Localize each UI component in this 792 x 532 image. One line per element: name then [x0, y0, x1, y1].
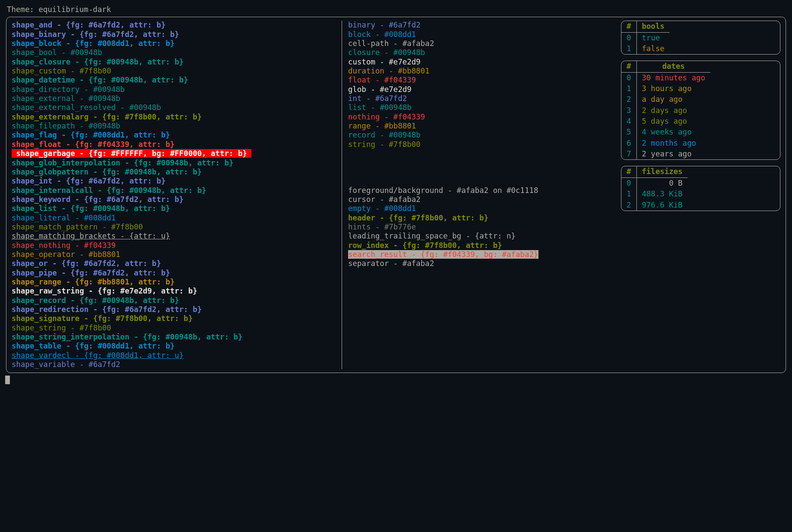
shape-entry: shape_match_pattern - #7f8b00 — [12, 223, 143, 231]
shape-row: shape_float - {fg: #f04339, attr: b} — [12, 140, 337, 149]
kv-entry: search_result - {fg: #f04339, bg: #afaba… — [348, 250, 538, 259]
kv-entry: foreground/background - #afaba2 on #0c11… — [348, 186, 538, 195]
kv-row: block - #008dd1 — [348, 30, 611, 39]
shape-row: shape_signature - {fg: #7f8b00, attr: b} — [12, 314, 337, 323]
table-row: 45 days ago — [621, 116, 710, 127]
table-row: 2a day ago — [621, 94, 710, 105]
shape-entry: shape_external_resolved - #00948b — [12, 103, 161, 112]
dates-table: # dates 030 minutes ago13 hours ago2a da… — [621, 61, 780, 160]
kv-entry: hints - #7b776e — [348, 223, 416, 231]
kv-entry: closure - #00948b — [348, 48, 425, 57]
table-row: 54 weeks ago — [621, 127, 710, 138]
row-index: 1 — [621, 43, 636, 54]
kv-row: custom - #e7e2d9 — [348, 58, 611, 67]
row-value: 5 days ago — [636, 116, 710, 127]
shape-row: shape_flag - {fg: #008dd1, attr: b} — [12, 131, 337, 140]
row-value: 2 months ago — [636, 138, 710, 149]
kv-row: empty - #008dd1 — [348, 204, 611, 213]
shape-entry: shape_operator - #bb8801 — [12, 250, 120, 259]
shape-entry: shape_signature - {fg: #7f8b00, attr: b} — [12, 314, 193, 323]
kv-row: binary - #6a7fd2 — [348, 21, 611, 30]
row-index: 1 — [621, 83, 636, 94]
kv-entry: float - #f04339 — [348, 76, 416, 84]
table-row: 62 months ago — [621, 138, 710, 149]
kv-entry: glob - #e7e2d9 — [348, 85, 412, 94]
row-index: 2 — [621, 200, 636, 211]
table-row: 72 years ago — [621, 149, 710, 159]
shape-entry: shape_vardecl - {fg: #008dd1, attr: u} — [12, 351, 183, 360]
kv-row: leading_trailing_space_bg - {attr: n} — [348, 232, 611, 241]
table-row: 00 B — [621, 177, 688, 189]
row-index: 2 — [621, 94, 636, 105]
theme-label: Theme: — [7, 5, 34, 14]
shape-entry: shape_glob_interpolation - {fg: #00948b,… — [12, 159, 233, 167]
kv-entry: string - #7f8b00 — [348, 140, 421, 149]
kv-row: cell-path - #afaba2 — [348, 39, 611, 48]
shape-entry: shape_custom - #7f8b00 — [12, 67, 111, 75]
row-value: 2 days ago — [636, 105, 710, 116]
shape-row: shape_string_interpolation - {fg: #00948… — [12, 333, 337, 342]
kv-entry: record - #00948b — [348, 131, 421, 139]
shape-row: shape_external_resolved - #00948b — [12, 103, 337, 112]
shape-row: shape_bool - #00948b — [12, 48, 337, 57]
kv-entry: empty - #008dd1 — [348, 204, 416, 213]
shape-entry: shape_pipe - {fg: #6a7fd2, attr: b} — [12, 269, 170, 277]
kv-entry: header - {fg: #7f8b00, attr: b} — [348, 214, 489, 222]
row-value: false — [636, 43, 670, 54]
table-row: 2976.6 KiB — [621, 200, 688, 211]
shape-entry: shape_globpattern - {fg: #00948b, attr: … — [12, 168, 202, 176]
shape-row: shape_literal - #008dd1 — [12, 214, 337, 223]
row-index: 1 — [621, 189, 636, 199]
shape-entry: shape_int - {fg: #6a7fd2, attr: b} — [12, 177, 165, 185]
kv-entry: custom - #e7e2d9 — [348, 58, 421, 66]
table-header-bools: bools — [636, 21, 670, 32]
shape-row: shape_nothing - #f04339 — [12, 241, 337, 250]
shape-row: shape_variable - #6a7fd2 — [12, 360, 337, 369]
shape-row: shape_list - {fg: #00948b, attr: b} — [12, 204, 337, 213]
shape-row: shape_raw_string - {fg: #e7e2d9, attr: b… — [12, 287, 337, 296]
shape-row: shape_redirection - {fg: #6a7fd2, attr: … — [12, 305, 337, 314]
shape-row: shape_directory - #00948b — [12, 85, 337, 94]
shape-row: shape_block - {fg: #008dd1, attr: b} — [12, 39, 337, 48]
shape-entry: shape_range - {fg: #bb8801, attr: b} — [12, 278, 174, 286]
shape-entry: shape_closure - {fg: #00948b, attr: b} — [12, 58, 183, 66]
shape-entry: shape_table - {fg: #008dd1, attr: b} — [12, 342, 174, 350]
shape-row: shape_filepath - #00948b — [12, 122, 337, 131]
kv-row: row_index - {fg: #7f8b00, attr: b} — [348, 241, 611, 250]
shape-entry: shape_variable - #6a7fd2 — [12, 360, 120, 369]
shape-row: shape_custom - #7f8b00 — [12, 67, 337, 76]
kv-entry: separator - #afaba2 — [348, 259, 434, 268]
table-row: 0true — [621, 32, 670, 43]
shape-row: shape_internalcall - {fg: #00948b, attr:… — [12, 186, 337, 195]
theme-title: Theme: equilibrium-dark — [7, 5, 786, 14]
shape-entry: shape_external - #00948b — [12, 94, 120, 103]
row-index: 4 — [621, 116, 636, 127]
shape-row: shape_and - {fg: #6a7fd2, attr: b} — [12, 21, 337, 30]
shapes-column: shape_and - {fg: #6a7fd2, attr: b} shape… — [12, 21, 342, 369]
kv-entry: list - #00948b — [348, 103, 412, 112]
shape-row: shape_vardecl - {fg: #008dd1, attr: u} — [12, 351, 337, 360]
row-index: 5 — [621, 127, 636, 138]
row-value: 488.3 KiB — [636, 189, 688, 199]
shape-row: shape_external - #00948b — [12, 94, 337, 103]
table-header-filesizes: filesizes — [636, 166, 688, 177]
row-value: 3 hours ago — [636, 83, 710, 94]
shape-entry: shape_bool - #00948b — [12, 48, 102, 57]
kv-row: separator - #afaba2 — [348, 259, 611, 268]
kv-row: hints - #7b776e — [348, 223, 611, 232]
shape-entry: shape_and - {fg: #6a7fd2, attr: b} — [12, 21, 165, 29]
shape-entry: shape_record - {fg: #00948b, attr: b} — [12, 296, 179, 305]
shape-entry: shape_raw_string - {fg: #e7e2d9, attr: b… — [12, 287, 197, 295]
types-and-misc-column: binary - #6a7fd2block - #008dd1cell-path… — [342, 21, 617, 369]
shape-row: shape_globpattern - {fg: #00948b, attr: … — [12, 168, 337, 177]
shape-row: shape_closure - {fg: #00948b, attr: b} — [12, 58, 337, 67]
shape-row: shape_pipe - {fg: #6a7fd2, attr: b} — [12, 269, 337, 278]
kv-row: foreground/background - #afaba2 on #0c11… — [348, 186, 611, 195]
shape-entry: shape_binary - {fg: #6a7fd2, attr: b} — [12, 30, 179, 39]
table-row: 1488.3 KiB — [621, 189, 688, 199]
kv-row: closure - #00948b — [348, 48, 611, 57]
kv-entry: int - #6a7fd2 — [348, 94, 407, 103]
row-index: 0 — [621, 32, 636, 43]
shape-row: shape_string - #7f8b00 — [12, 324, 337, 333]
shape-entry: shape_redirection - {fg: #6a7fd2, attr: … — [12, 305, 202, 314]
